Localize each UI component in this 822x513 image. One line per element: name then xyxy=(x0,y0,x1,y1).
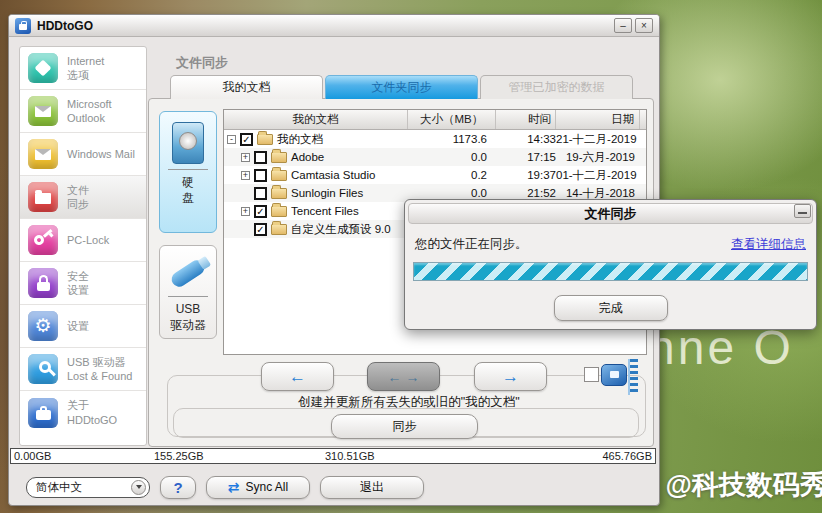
dialog-title: 文件同步 xyxy=(585,205,637,223)
row-checkbox[interactable] xyxy=(254,187,267,200)
sync-direction-right-button[interactable] xyxy=(474,362,547,391)
key-icon xyxy=(28,225,58,255)
row-checkbox[interactable] xyxy=(254,151,267,164)
table-row[interactable]: - ✓ 我的文档 1173.6 14:33 21-十二月-2019 xyxy=(224,130,646,148)
table-header-row: 我的文档 大小（MB） 时间 日期 xyxy=(224,110,646,130)
header-time[interactable]: 时间 xyxy=(496,110,556,129)
window-titlebar[interactable]: HDDtoGO – × xyxy=(9,15,659,37)
sidebar-item-label: USB 驱动器Lost & Found xyxy=(67,355,132,384)
dialog-minimize-button[interactable] xyxy=(794,204,811,218)
window-title: HDDtoGO xyxy=(37,19,93,33)
divider xyxy=(168,169,208,170)
row-size: 0.0 xyxy=(408,187,496,199)
sidebar-item[interactable]: USB 驱动器Lost & Found xyxy=(20,348,146,391)
row-name-cell: Sunlogin Files xyxy=(224,187,408,200)
row-date: 01-十二月-2019 xyxy=(556,168,640,183)
sidebar-item[interactable]: Windows Mail xyxy=(20,133,146,176)
table-row[interactable]: + Adobe 0.0 17:15 19-六月-2019 xyxy=(224,148,646,166)
help-button[interactable]: ? xyxy=(160,476,196,499)
file-sync-dialog: 文件同步 您的文件正在同步。 查看详细信息 完成 xyxy=(404,199,817,330)
row-checkbox[interactable]: ✓ xyxy=(254,223,267,236)
zip-archive-icon xyxy=(601,359,641,397)
tab-label: 我的文档 xyxy=(223,79,271,96)
sync-button[interactable]: 同步 xyxy=(331,414,478,439)
gauge-label: 0.00GB xyxy=(14,450,51,462)
mail-icon xyxy=(28,139,58,169)
sync-arrows-icon xyxy=(228,479,240,495)
row-label: Adobe xyxy=(291,151,324,163)
sync-direction-left-button[interactable] xyxy=(261,362,334,391)
source-button-usb[interactable]: USB 驱动器 xyxy=(159,245,217,339)
done-button[interactable]: 完成 xyxy=(554,295,668,321)
row-time: 19:37 xyxy=(496,169,556,181)
briefcase-icon xyxy=(28,398,58,428)
language-select[interactable]: 简体中文 xyxy=(26,477,150,498)
header-date[interactable]: 日期 xyxy=(556,110,640,129)
divider xyxy=(168,296,208,297)
gauge-label: 155.25GB xyxy=(154,450,204,462)
sidebar-item-label: 安全设置 xyxy=(67,269,89,298)
row-label: 自定义生成预设 9.0 xyxy=(291,222,391,237)
capacity-gauge: 0.00GB155.25GB310.51GB465.76GB xyxy=(10,448,656,464)
sidebar-item[interactable]: Internet选项 xyxy=(20,47,146,90)
bottom-toolbar: 简体中文 ? Sync All 退出 xyxy=(9,470,659,504)
source-button-hdd[interactable]: 硬 盘 xyxy=(159,111,217,233)
row-size: 0.2 xyxy=(408,169,496,181)
row-name-cell: + Adobe xyxy=(224,151,408,164)
tab-label: 管理已加密的数据 xyxy=(509,79,605,96)
sidebar-item[interactable]: 设置 xyxy=(20,305,146,348)
sidebar-item[interactable]: 安全设置 xyxy=(20,262,146,305)
header-size[interactable]: 大小（MB） xyxy=(408,110,496,129)
sidebar-item-label: MicrosoftOutlook xyxy=(67,97,112,126)
expand-toggle-icon[interactable]: - xyxy=(227,135,236,144)
row-checkbox[interactable]: ✓ xyxy=(254,205,267,218)
row-checkbox[interactable]: ✓ xyxy=(240,133,253,146)
tab[interactable]: 文件夹同步 xyxy=(325,75,478,99)
minimize-button[interactable]: – xyxy=(614,18,632,33)
sidebar-item-label: Windows Mail xyxy=(67,147,135,161)
sync-progress-bar xyxy=(413,262,808,281)
dialog-titlebar[interactable]: 文件同步 xyxy=(408,203,813,224)
sidebar-item[interactable]: 文件同步 xyxy=(20,176,146,219)
details-link[interactable]: 查看详细信息 xyxy=(731,236,806,253)
usb-label: USB 驱动器 xyxy=(170,301,206,333)
arrow-right-icon xyxy=(502,368,519,385)
table-row[interactable]: + Camtasia Studio 0.2 19:37 01-十二月-2019 xyxy=(224,166,646,184)
tab[interactable]: 我的文档 xyxy=(170,75,323,99)
row-time: 17:15 xyxy=(496,151,556,163)
expand-toggle-icon[interactable]: + xyxy=(241,207,250,216)
lock-icon xyxy=(28,268,58,298)
tab[interactable]: 管理已加密的数据 xyxy=(480,75,633,99)
language-dropdown-button[interactable] xyxy=(131,480,146,495)
gears-icon xyxy=(28,311,58,341)
row-label: Tencent Files xyxy=(291,205,359,217)
sidebar-item-label: 文件同步 xyxy=(67,183,89,212)
gauge-label: 465.76GB xyxy=(602,450,652,462)
row-size: 0.0 xyxy=(408,151,496,163)
arrow-left-icon xyxy=(289,368,306,385)
sync-all-button[interactable]: Sync All xyxy=(206,476,310,499)
close-button[interactable]: × xyxy=(635,18,653,33)
folder-icon xyxy=(271,224,287,235)
row-label: Sunlogin Files xyxy=(291,187,363,199)
header-name[interactable]: 我的文档 xyxy=(224,110,408,129)
arrow-both-icon xyxy=(388,370,420,384)
hdd-icon xyxy=(172,122,204,164)
expand-toggle-icon[interactable]: + xyxy=(241,153,250,162)
row-name-cell: - ✓ 我的文档 xyxy=(224,132,408,147)
outlook-icon xyxy=(28,96,58,126)
sidebar-item[interactable]: MicrosoftOutlook xyxy=(20,90,146,133)
folder-icon xyxy=(257,134,273,145)
exit-button[interactable]: 退出 xyxy=(320,476,424,499)
sidebar-item-label: Internet选项 xyxy=(67,54,104,83)
chevron-down-icon xyxy=(136,485,142,489)
compress-checkbox[interactable] xyxy=(584,367,599,382)
expand-toggle-icon[interactable]: + xyxy=(241,171,250,180)
row-checkbox[interactable] xyxy=(254,169,267,182)
app-icon xyxy=(15,18,31,34)
sidebar-item[interactable]: PC-Lock xyxy=(20,219,146,262)
sidebar-item[interactable]: 关于HDDtoGO xyxy=(20,391,146,434)
tab-bar: 我的文档 文件夹同步 管理已加密的数据 xyxy=(170,75,633,99)
folder-icon xyxy=(271,206,287,217)
sync-direction-both-button[interactable] xyxy=(367,362,440,391)
